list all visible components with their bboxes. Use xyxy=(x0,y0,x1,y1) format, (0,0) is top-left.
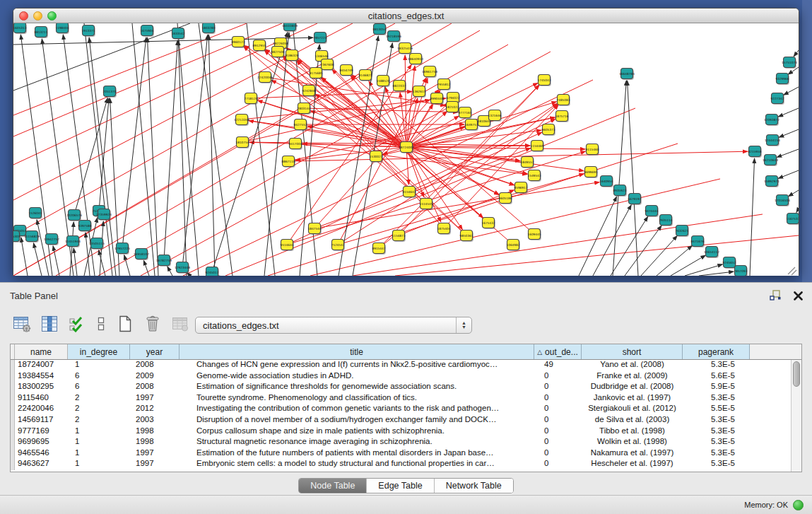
graph-node[interactable]: 1745043 xyxy=(537,75,551,86)
graph-node[interactable]: 7857093 xyxy=(734,266,747,276)
graph-node[interactable]: 9777165 xyxy=(458,107,471,119)
graph-node[interactable]: 1588520 xyxy=(376,76,389,87)
memory-ok-icon[interactable] xyxy=(793,500,804,510)
column-header-title[interactable]: title xyxy=(180,344,534,359)
graph-node[interactable]: 11451944 xyxy=(65,236,81,247)
graph-node[interactable]: 8813211 xyxy=(34,27,47,38)
graph-node[interactable]: 7524542 xyxy=(331,240,344,251)
graph-node[interactable]: 1833542 xyxy=(171,28,184,40)
network-view-window[interactable]: citations_edges.txt 18724007896012389129… xyxy=(13,8,799,276)
graph-node[interactable]: 1154873 xyxy=(392,230,405,242)
graph-node[interactable]: 1875716 xyxy=(555,111,568,122)
graph-node[interactable]: 9245652 xyxy=(722,257,736,269)
graph-node[interactable]: 2718120 xyxy=(244,93,257,105)
graph-node[interactable]: 9227342 xyxy=(770,93,784,105)
table-row[interactable]: 946554611997Estimation of the future num… xyxy=(11,448,791,460)
graph-node[interactable]: 1605313 xyxy=(13,23,27,34)
graph-node[interactable]: 16648784 xyxy=(619,69,635,80)
column-header-name[interactable]: name xyxy=(15,344,68,359)
graph-node[interactable]: 18325419 xyxy=(397,43,413,54)
graph-node[interactable]: 1167533 xyxy=(786,214,799,225)
graph-node[interactable]: 8186328 xyxy=(285,50,298,62)
column-header-year[interactable]: year xyxy=(130,344,180,359)
graph-node[interactable]: 2935114 xyxy=(659,215,672,226)
graph-node[interactable]: 7955812 xyxy=(437,79,450,90)
table-row[interactable]: 1872400712008Changes of HCN gene express… xyxy=(11,360,791,371)
graph-node[interactable]: 8990448 xyxy=(430,93,443,105)
graph-node[interactable]: 9605373 xyxy=(541,124,555,136)
graph-node[interactable]: 22420046 xyxy=(257,72,273,83)
graph-node[interactable]: 16961758 xyxy=(422,66,437,78)
graph-node[interactable]: 16210643 xyxy=(763,155,778,166)
graph-node[interactable]: 1526041 xyxy=(28,208,42,219)
tab-edge-table[interactable]: Edge Table xyxy=(366,479,433,493)
graph-node[interactable]: 7857224 xyxy=(313,33,326,44)
graph-node[interactable]: 9397588 xyxy=(78,221,91,232)
graph-node[interactable]: 8915447 xyxy=(372,243,385,255)
resize-grip[interactable] xyxy=(788,267,796,275)
graph-node[interactable]: 12093872 xyxy=(764,115,779,126)
graph-node[interactable]: 18724007 xyxy=(399,142,414,153)
graph-node[interactable]: 2051370 xyxy=(102,86,116,98)
graph-node[interactable]: 1609445 xyxy=(527,229,541,240)
table-row[interactable]: 946362711997Embryonic stem cells: a mode… xyxy=(11,459,791,470)
graph-node[interactable]: 8960123 xyxy=(231,37,245,48)
delete-icon[interactable] xyxy=(142,313,163,335)
graph-node[interactable]: 12213359 xyxy=(234,115,249,126)
tab-node-table[interactable]: Node Table xyxy=(299,479,366,493)
graph-node[interactable]: 8471676 xyxy=(690,236,704,247)
table-scrollbar[interactable] xyxy=(791,360,801,472)
graph-node[interactable]: 1321646 xyxy=(488,110,501,122)
graph-node[interactable]: 8935923 xyxy=(613,185,626,197)
graph-node[interactable]: 1064982 xyxy=(506,240,519,251)
graph-node[interactable]: 2803144 xyxy=(297,103,310,115)
graph-node[interactable]: 3915305 xyxy=(13,231,20,243)
graph-node[interactable]: 10654112 xyxy=(704,247,719,258)
float-panel-icon[interactable] xyxy=(768,288,782,303)
graph-node[interactable]: 9474444 xyxy=(645,206,658,217)
graph-node[interactable]: 1913371 xyxy=(81,25,95,37)
table-row[interactable]: 1830029562008Estimation of significance … xyxy=(11,382,791,393)
graph-node[interactable]: 17016504 xyxy=(775,195,790,206)
column-header-short[interactable]: short xyxy=(582,344,683,359)
desktop-scrollbar[interactable] xyxy=(802,0,812,282)
graph-node[interactable]: 9699695 xyxy=(584,167,597,178)
graph-node[interactable]: 8813054 xyxy=(372,24,386,35)
table-mode-icon[interactable] xyxy=(11,313,33,335)
graph-node[interactable]: 9329966 xyxy=(775,74,789,85)
graph-node[interactable]: 16958107 xyxy=(134,249,149,260)
graph-node[interactable]: 9175685 xyxy=(309,68,322,79)
graph-node[interactable]: 9514644 xyxy=(280,240,293,251)
graph-node[interactable]: 1514545 xyxy=(419,199,433,210)
graph-node[interactable]: 9146821 xyxy=(358,70,372,81)
graph-node[interactable]: 12444154 xyxy=(765,135,780,146)
graph-node[interactable]: 1810754 xyxy=(235,137,249,148)
graph-node[interactable]: 9827508 xyxy=(271,47,284,58)
graph-node[interactable]: 1649757 xyxy=(464,119,478,131)
graph-node[interactable]: 1198404 xyxy=(55,23,69,34)
graph-node[interactable]: 16033809 xyxy=(282,23,298,32)
graph-node[interactable]: 1803280 xyxy=(201,23,215,34)
graph-node[interactable]: 8912955 xyxy=(252,40,266,52)
graph-node[interactable]: 1821022 xyxy=(445,102,459,113)
graph-node[interactable]: 7632621 xyxy=(675,226,688,237)
network-window-titlebar[interactable]: citations_edges.txt xyxy=(13,8,799,23)
table-row[interactable]: 1456911722003Disruption of a novel membe… xyxy=(11,415,791,426)
graph-node[interactable]: 1675904 xyxy=(140,25,153,37)
graph-node[interactable]: 18640910 xyxy=(408,54,423,65)
graph-node[interactable]: 1849557 xyxy=(520,157,534,168)
graph-node[interactable]: 8596917 xyxy=(514,182,527,194)
graph-node[interactable]: 1530023 xyxy=(369,151,382,163)
graph-node[interactable]: 8427552 xyxy=(293,119,307,131)
rows-icon[interactable] xyxy=(94,313,108,335)
graph-node[interactable]: 1640954 xyxy=(599,176,613,187)
column-header-out_de[interactable]: △out_de... xyxy=(534,344,582,359)
graph-node[interactable]: 9245017 xyxy=(205,267,218,276)
graph-node[interactable]: 16782759 xyxy=(156,255,172,267)
graph-node[interactable]: 1362615 xyxy=(412,86,425,98)
table-scrollbar-thumb[interactable] xyxy=(793,361,800,387)
table-row[interactable]: 977716911998Corpus callosum shape and si… xyxy=(11,426,791,438)
graph-node[interactable]: 9115460 xyxy=(585,144,599,156)
graph-node[interactable]: 17957225 xyxy=(114,243,130,255)
graph-node[interactable]: 1847544 xyxy=(307,223,321,235)
